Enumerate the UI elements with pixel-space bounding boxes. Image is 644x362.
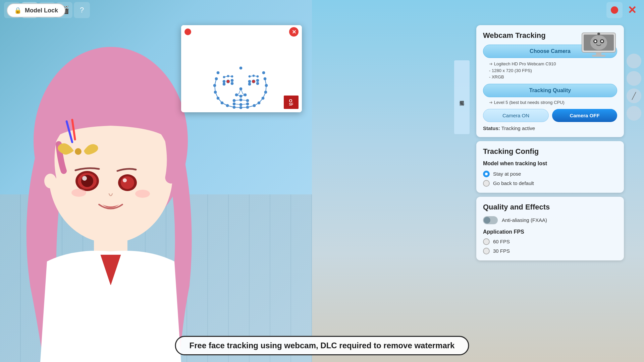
svg-point-42 (231, 82, 233, 85)
svg-point-9 (121, 176, 134, 189)
fps-60-option[interactable]: 60 FPS (483, 238, 617, 245)
model-lock-button[interactable]: 🔒 Model Lock (7, 3, 65, 17)
status-label: Status: (483, 125, 500, 131)
fps-radio-group: 60 FPS 30 FPS (483, 238, 617, 254)
record-dot-icon (611, 6, 618, 14)
go-back-default-label: Go back to default (493, 180, 534, 186)
svg-point-40 (231, 79, 233, 82)
face-preview-header: ✕ (181, 25, 302, 39)
model-when-label: Model when tracking lost (483, 161, 617, 167)
svg-point-38 (226, 80, 230, 83)
svg-point-69 (597, 33, 600, 35)
antialiasing-toggle[interactable] (483, 216, 498, 224)
close-icon: ✕ (628, 4, 637, 16)
svg-point-32 (239, 67, 242, 69)
fps-30-option[interactable]: 30 FPS (483, 248, 617, 254)
camera-controls: Camera ON Camera OFF (483, 109, 617, 122)
fps-label: Application FPS (483, 229, 617, 235)
toggle-knob (484, 217, 490, 224)
right-panel: Webcam Tracking Choose Camera Logitech H… (476, 25, 624, 260)
camera-on-button[interactable]: Camera ON (483, 109, 549, 122)
tracking-quality-info: Level 5 (best but needs strong CPU) (489, 100, 617, 105)
app-close-button[interactable]: ✕ (624, 2, 640, 18)
face-preview-canvas: OSF (181, 39, 302, 112)
camera-info: Logitech HD Pro Webcam C910 - 1280 x 720… (489, 61, 617, 80)
side-circle-3[interactable]: ╱ (627, 88, 641, 103)
recording-dot (184, 28, 191, 35)
camera-preview-icon (580, 31, 617, 58)
svg-point-66 (601, 40, 603, 42)
help-icon: ? (80, 6, 84, 14)
svg-point-47 (256, 82, 259, 85)
status-value: Tracking active (501, 125, 535, 131)
svg-point-7 (82, 176, 87, 181)
svg-point-12 (135, 190, 150, 198)
camera-off-button[interactable]: Camera OFF (552, 109, 617, 122)
tracking-config-title: Tracking Config (483, 147, 617, 156)
svg-point-41 (223, 83, 225, 85)
tracking-config-card: Tracking Config Model when tracking lost… (476, 141, 624, 193)
jp-text-banner: 痴漢犯罪 (454, 60, 470, 134)
side-circle-2[interactable] (627, 71, 641, 86)
svg-point-65 (594, 40, 596, 42)
side-circle-1[interactable] (627, 54, 641, 68)
fps-30-label: 30 FPS (493, 248, 510, 254)
status-line: Status: Tracking active (483, 125, 617, 131)
topbar: ⚙ 📷 👤⚙ 🎬 ? ✕ (0, 0, 644, 20)
svg-point-44 (248, 80, 251, 83)
svg-point-45 (256, 79, 259, 82)
watermark-badge: OSF (283, 95, 299, 110)
watermark-text: OSF (289, 99, 293, 106)
antialiasing-row: Anti-aliasing (FXAA) (483, 216, 617, 224)
svg-rect-68 (592, 55, 605, 57)
stay-at-pose-option[interactable]: Stay at pose (483, 171, 617, 177)
stay-at-pose-radio[interactable] (483, 171, 490, 177)
side-circle-4[interactable] (627, 106, 641, 121)
help-button[interactable]: ? (74, 2, 90, 18)
face-preview-window: ✕ (181, 25, 302, 112)
svg-point-46 (248, 83, 251, 85)
svg-point-62 (590, 35, 607, 50)
close-icon: ✕ (292, 29, 296, 35)
lock-icon: 🔒 (14, 7, 21, 14)
svg-point-10 (123, 178, 127, 182)
bottom-banner: Free face tracking using webcam, DLC req… (175, 336, 469, 355)
svg-point-43 (252, 80, 255, 83)
svg-rect-67 (596, 52, 601, 55)
model-lock-label: Model Lock (25, 7, 58, 14)
go-back-default-option[interactable]: Go back to default (483, 180, 617, 187)
fps-30-radio[interactable] (483, 248, 490, 254)
svg-point-3 (75, 148, 82, 155)
svg-point-33 (262, 71, 265, 74)
bottom-banner-text: Free face tracking using webcam, DLC req… (190, 341, 455, 350)
side-controls: ╱ (627, 54, 641, 121)
svg-point-39 (223, 80, 225, 83)
fps-60-label: 60 FPS (493, 239, 510, 244)
tracking-quality-button[interactable]: Tracking Quality (483, 84, 617, 97)
go-back-default-radio[interactable] (483, 180, 490, 187)
fps-60-radio[interactable] (483, 238, 490, 245)
record-button[interactable] (606, 2, 623, 18)
svg-point-11 (71, 189, 86, 197)
svg-point-31 (217, 71, 219, 74)
radio-group: Stay at pose Go back to default (483, 171, 617, 187)
webcam-tracking-card: Webcam Tracking Choose Camera Logitech H… (476, 25, 624, 137)
antialiasing-label: Anti-aliasing (FXAA) (502, 217, 547, 223)
quality-effects-title: Quality and Effects (483, 203, 617, 212)
svg-point-13 (44, 174, 56, 188)
face-preview-close-button[interactable]: ✕ (289, 27, 299, 37)
stay-at-pose-label: Stay at pose (493, 171, 521, 177)
quality-effects-card: Quality and Effects Anti-aliasing (FXAA)… (476, 197, 624, 260)
